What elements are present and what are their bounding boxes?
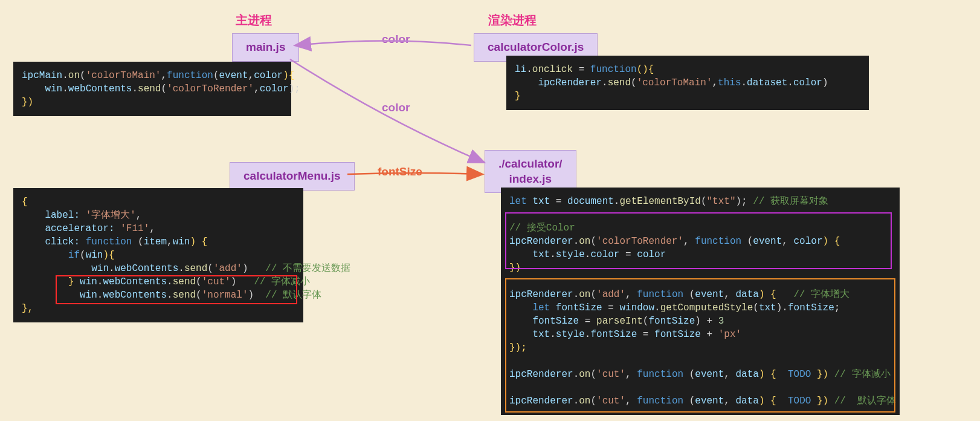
arrow-label-color-1: color (382, 33, 410, 46)
annotation-purple-box (505, 212, 892, 269)
node-calculator-index: ./calculator/ index.js (485, 150, 576, 193)
arrow-label-fontsize: fontSize (378, 165, 422, 178)
header-main-process: 主进程 (236, 12, 272, 28)
node-calculator-menu: calculatorMenu.js (230, 162, 355, 191)
annotation-red-box (56, 275, 297, 304)
annotation-orange-box (505, 278, 895, 413)
header-render-process: 渲染进程 (488, 12, 537, 28)
code-main-js: ipcMain.on('colorToMain',function(event,… (13, 62, 291, 116)
node-main-js: main.js (232, 33, 299, 62)
arrow-label-color-2: color (382, 101, 410, 114)
code-calculator-color: li.onclick = function(){ ipcRenderer.sen… (506, 56, 869, 110)
